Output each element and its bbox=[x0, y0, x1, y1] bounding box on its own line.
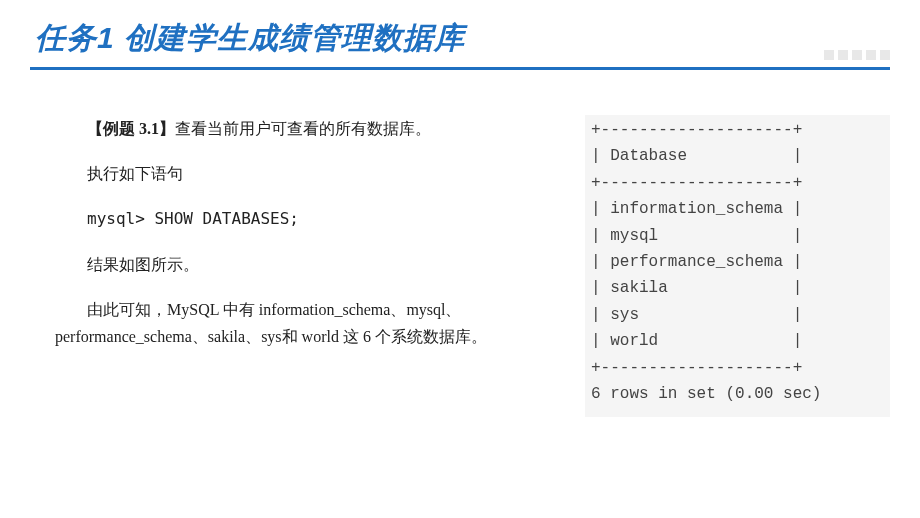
square-icon bbox=[866, 50, 876, 60]
slide-header: 任务1 创建学生成绩管理数据库 bbox=[0, 0, 920, 67]
content-area: 【例题 3.1】查看当前用户可查看的所有数据库。 执行如下语句 mysql> S… bbox=[0, 70, 920, 417]
decorative-squares bbox=[824, 50, 890, 60]
paragraph-explanation: 由此可知，MySQL 中有 information_schema、mysql、p… bbox=[55, 296, 570, 350]
paragraph-sql-command: mysql> SHOW DATABASES; bbox=[55, 205, 570, 232]
square-icon bbox=[838, 50, 848, 60]
sql-result-output: +--------------------+ | Database | +---… bbox=[585, 115, 890, 417]
paragraph-instruction: 执行如下语句 bbox=[55, 160, 570, 187]
paragraph-example-title: 【例题 3.1】查看当前用户可查看的所有数据库。 bbox=[55, 115, 570, 142]
square-icon bbox=[852, 50, 862, 60]
slide-title: 任务1 创建学生成绩管理数据库 bbox=[35, 18, 885, 59]
square-icon bbox=[824, 50, 834, 60]
example-description: 查看当前用户可查看的所有数据库。 bbox=[175, 120, 431, 137]
square-icon bbox=[880, 50, 890, 60]
text-column: 【例题 3.1】查看当前用户可查看的所有数据库。 执行如下语句 mysql> S… bbox=[55, 115, 570, 417]
example-label: 【例题 3.1】 bbox=[87, 120, 175, 137]
paragraph-result-label: 结果如图所示。 bbox=[55, 251, 570, 278]
